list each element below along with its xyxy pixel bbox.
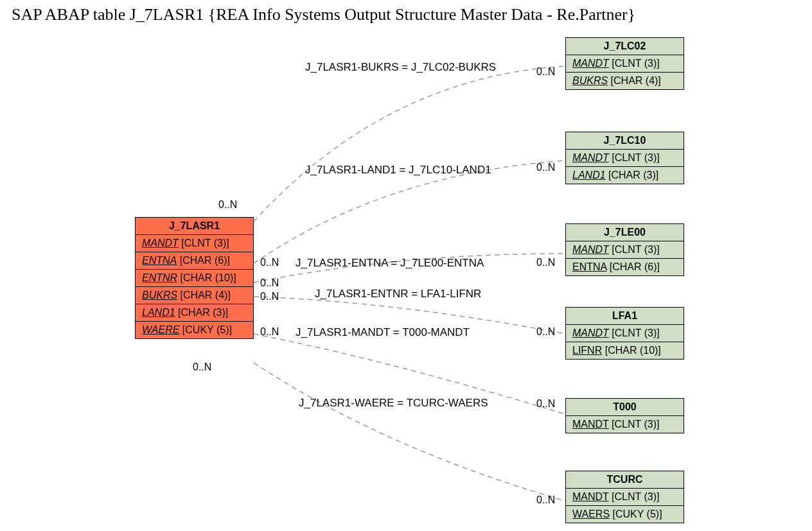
edge-label: J_7LASR1-WAERE = TCURC-WAERS	[299, 397, 488, 410]
entity-field: MANDT [CLNT (3)]	[566, 241, 684, 259]
cardinality: 0..N	[536, 326, 555, 338]
cardinality: 0..N	[536, 162, 555, 173]
entity-main-field: MANDT [CLNT (3)]	[136, 235, 253, 252]
entity-main-field: LAND1 [CHAR (3)]	[136, 304, 253, 322]
edge-label: J_7LASR1-ENTNR = LFA1-LIFNR	[315, 288, 481, 300]
edge-label: J_7LASR1-BUKRS = J_7LC02-BUKRS	[305, 61, 496, 74]
entity-main-field: WAERE [CUKY (5)]	[136, 322, 253, 338]
entity-field: ENTNA [CHAR (6)]	[566, 259, 684, 275]
edge-label: J_7LASR1-ENTNA = J_7LE00-ENTNA	[296, 257, 484, 270]
entity-field: MANDT [CLNT (3)]	[566, 325, 684, 342]
diagram-canvas: J_7LASR1 MANDT [CLNT (3)] ENTNA [CHAR (6…	[0, 0, 812, 531]
cardinality: 0..N	[260, 326, 279, 338]
entity-main: J_7LASR1 MANDT [CLNT (3)] ENTNA [CHAR (6…	[135, 217, 254, 339]
entity-field: MANDT [CLNT (3)]	[566, 150, 684, 167]
entity-main-field: BUKRS [CHAR (4)]	[136, 287, 253, 304]
cardinality: 0..N	[260, 277, 279, 289]
entity-name: J_7LE00	[566, 224, 684, 241]
edge-label: J_7LASR1-LAND1 = J_7LC10-LAND1	[305, 164, 491, 177]
entity-field: WAERS [CUKY (5)]	[566, 506, 684, 523]
cardinality: 0..N	[536, 494, 555, 506]
cardinality: 0..N	[536, 66, 555, 78]
entity-field: MANDT [CLNT (3)]	[566, 55, 684, 73]
entity-tcurc: TCURC MANDT [CLNT (3)] WAERS [CUKY (5)]	[565, 471, 684, 523]
cardinality: 0..N	[260, 291, 279, 302]
entity-name: TCURC	[566, 471, 684, 489]
entity-name: J_7LC02	[566, 38, 684, 55]
cardinality: 0..N	[536, 257, 555, 268]
entity-field: MANDT [CLNT (3)]	[566, 416, 684, 433]
entity-name: J_7LC10	[566, 132, 684, 150]
entity-main-field: ENTNR [CHAR (10)]	[136, 270, 253, 287]
entity-main-name: J_7LASR1	[136, 218, 253, 235]
cardinality: 0..N	[218, 199, 237, 211]
entity-j7lc10: J_7LC10 MANDT [CLNT (3)] LAND1 [CHAR (3)…	[565, 132, 684, 184]
entity-j7lc02: J_7LC02 MANDT [CLNT (3)] BUKRS [CHAR (4)…	[565, 37, 684, 90]
entity-field: MANDT [CLNT (3)]	[566, 489, 684, 506]
entity-field: LIFNR [CHAR (10)]	[566, 342, 684, 359]
cardinality: 0..N	[193, 361, 211, 373]
entity-name: LFA1	[566, 308, 684, 325]
entity-lfa1: LFA1 MANDT [CLNT (3)] LIFNR [CHAR (10)]	[565, 307, 684, 360]
entity-j7le00: J_7LE00 MANDT [CLNT (3)] ENTNA [CHAR (6)…	[565, 223, 684, 276]
entity-t000: T000 MANDT [CLNT (3)]	[565, 398, 684, 433]
entity-main-field: ENTNA [CHAR (6)]	[136, 252, 253, 270]
cardinality: 0..N	[260, 257, 279, 268]
entity-field: BUKRS [CHAR (4)]	[566, 73, 684, 89]
edge-label: J_7LASR1-MANDT = T000-MANDT	[296, 326, 470, 339]
entity-field: LAND1 [CHAR (3)]	[566, 167, 684, 184]
cardinality: 0..N	[536, 398, 555, 410]
entity-name: T000	[566, 399, 684, 416]
